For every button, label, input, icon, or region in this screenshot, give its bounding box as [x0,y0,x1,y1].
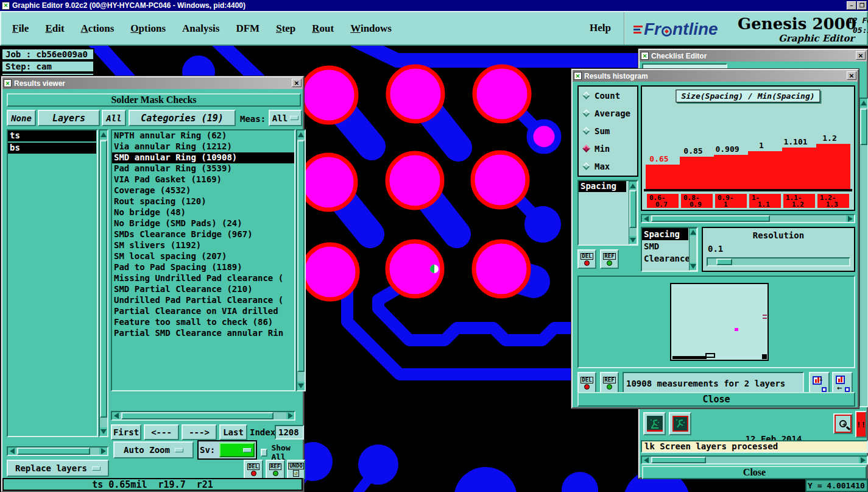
plot-hscrollbar[interactable] [641,214,855,223]
menu-file[interactable]: File [12,23,29,35]
measure-row[interactable]: Clearance [642,252,688,265]
category-row[interactable]: Via annular Ring (1212) [112,141,294,152]
measure-list[interactable]: SpacingSMDClearance [641,227,698,272]
checklist-hscrollbar[interactable] [641,455,868,465]
categories-vscrollbar[interactable] [296,129,306,391]
first-button[interactable]: First [111,424,141,440]
categories-list[interactable]: NPTH annular Ring (62)Via annular Ring (… [111,129,295,391]
layer-row[interactable]: ts [8,130,96,141]
category-row[interactable]: SMDs Clearance Bridge (967) [112,229,294,240]
series-list[interactable]: Spacing [577,180,638,246]
category-row[interactable]: NPTH annular Ring (62) [112,130,294,141]
resolution-slider[interactable] [707,257,850,266]
category-row[interactable]: SM slivers (1192) [112,240,294,251]
restore-button[interactable]: ❒ [857,1,867,10]
layer-row[interactable]: bs [8,143,96,154]
results-viewer-titlebar[interactable]: ✕ Results viewer ✕ [2,77,303,89]
checklist-run-button[interactable] [643,412,666,435]
board-mark-bottomleft [672,356,707,359]
prev-button[interactable]: <--- [144,424,179,440]
menu-options[interactable]: Options [130,23,166,35]
category-row[interactable]: Undrilled Pad Partial Clearance ( [112,295,294,306]
menu-edit[interactable]: Edit [45,23,64,35]
histogram-ref-button[interactable]: REF [600,249,619,269]
categories-hscrollbar[interactable] [111,411,295,421]
resolution-label: Resolution [703,230,854,240]
layers-all-button[interactable]: All [102,110,126,126]
category-row[interactable]: Partial SMD Clearance annular Rin [112,328,294,339]
stat-radio-max[interactable]: Max [579,157,637,175]
stat-radio-count[interactable]: Count [579,87,637,104]
category-row[interactable]: SMD annular Ring (10908) [112,152,294,163]
preview-ref-button[interactable]: REF [600,372,619,394]
auto-zoom-dropdown[interactable]: Auto Zoom [113,441,194,458]
category-row[interactable]: Pad to Pad Spacing (1189) [112,262,294,273]
measure-row[interactable]: SMD [642,240,688,252]
histogram-close-icon[interactable]: ✕ [847,71,856,80]
checklist-close-button[interactable]: Close [642,466,867,479]
category-row[interactable]: Rout spacing (120) [112,196,294,207]
checklist-alert-button[interactable]: !! [855,411,867,438]
category-row[interactable]: No Bridge (SMD Pads) (24) [112,218,294,229]
mini-histogram-icon [836,376,845,384]
menu-dfm[interactable]: DFM [236,23,259,35]
result-marker-magenta [735,328,738,331]
category-row[interactable]: Partial Clearance on VIA drilled [112,306,294,317]
layers-none-button[interactable]: None [7,110,36,126]
last-button[interactable]: Last [219,424,247,440]
meas-dropdown[interactable]: All [269,110,302,126]
board-preview[interactable] [577,276,855,368]
category-row[interactable]: Coverage (4532) [112,185,294,196]
menu-analysis[interactable]: Analysis [182,23,219,35]
resolution-slider-thumb[interactable] [716,258,732,265]
checklist-rerun-button[interactable] [669,412,691,435]
stat-radio-sum[interactable]: Sum [579,122,637,140]
series-row[interactable]: Spacing [579,181,626,192]
checklist-titlebar[interactable]: ✕ Checklist Editor ✕ [640,50,867,62]
histogram-close-button[interactable]: Close [577,392,855,407]
main-titlebar[interactable]: ✕ Graphic Editor 9.02c2 (00@HY-HYCAM-PC0… [0,0,868,11]
show-all-option[interactable]: Show All [261,443,303,462]
menu-step[interactable]: Step [276,23,295,35]
measure-vscrollbar[interactable] [689,228,697,271]
category-row[interactable]: Missing Undrilled Pad clearance ( [112,273,294,284]
series-vscrollbar[interactable] [629,181,637,244]
histogram-titlebar[interactable]: ✕ Results histogram ✕ [573,70,858,82]
layers-button[interactable]: Layers [38,110,100,126]
stat-radio-min[interactable]: Min [579,140,637,157]
category-row[interactable]: Pad annular Ring (3539) [112,163,294,174]
preview-del-button[interactable]: DEL [577,372,596,394]
show-all-checkbox[interactable] [261,449,267,457]
menu-windows[interactable]: Windows [350,23,392,35]
menu-help[interactable]: Help [590,22,611,34]
checklist-vscrollbar[interactable] [859,98,868,407]
measure-row[interactable]: Spacing [642,228,688,240]
layers-list[interactable]: tsbs [7,129,98,437]
bin-range-label: 0.8-0.9 [681,194,713,208]
index-input[interactable]: 1208 [275,425,304,440]
category-row[interactable]: No bridge (48) [112,207,294,218]
menu-rout[interactable]: Rout [312,23,334,35]
stat-radio-average[interactable]: Average [579,104,637,122]
radio-diamond-icon [582,162,590,170]
minimize-button[interactable]: – [847,1,856,10]
sv-color-dropdown[interactable] [219,443,255,457]
menu-actions[interactable]: Actions [81,23,115,35]
category-row[interactable]: SMD Partial Clearance (210) [112,284,294,295]
delete-result-button[interactable]: DEL [244,460,263,479]
next-button[interactable]: ---> [182,424,217,440]
checklist-close-icon[interactable]: ✕ [856,51,866,60]
results-viewer-close-icon[interactable]: ✕ [292,79,302,87]
speedlines-icon [633,26,643,34]
histogram-del-button[interactable]: DEL [577,249,596,269]
reference-result-button[interactable]: REF [266,460,285,479]
checklist-zoom-button[interactable]: + [833,413,853,434]
layers-hscrollbar[interactable] [7,446,108,456]
undo-button[interactable]: UNDO↺ [287,460,305,479]
replace-layers-dropdown[interactable]: Replace layers [7,460,109,477]
product-subtitle: Graphic Editor [778,33,854,44]
category-row[interactable]: Feature too small to check (86) [112,317,294,328]
layers-vscrollbar[interactable] [99,129,108,437]
category-row[interactable]: SM local spacing (207) [112,251,294,262]
category-row[interactable]: VIA Pad Gasket (1169) [112,174,294,185]
